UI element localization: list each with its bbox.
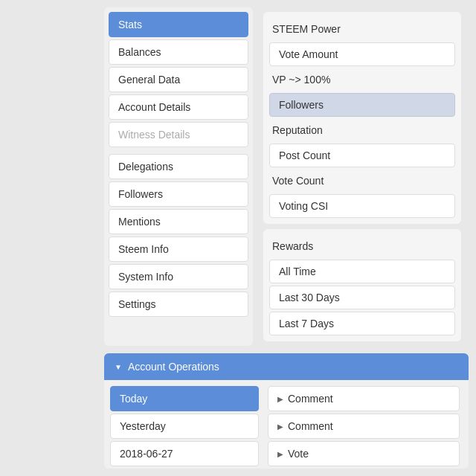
ops-right-item-vote[interactable]: ▶ Vote <box>268 441 460 466</box>
right-item-last-7-days[interactable]: Last 7 Days <box>269 312 455 335</box>
right-item-rewards-label: Rewards <box>272 240 313 252</box>
right-item-steem-power: STEEM Power <box>269 18 455 40</box>
sidebar-item-system-info[interactable]: System Info <box>109 264 248 289</box>
sidebar-item-system-info-label: System Info <box>118 271 173 283</box>
sidebar-item-stats[interactable]: Stats <box>109 12 248 37</box>
sidebar-item-settings-label: Settings <box>118 298 156 310</box>
account-ops-section: ▼ Account Operations Today Yesterday 201… <box>104 353 469 469</box>
sidebar-item-delegations[interactable]: Delegations <box>109 154 248 179</box>
right-item-vote-count: Vote Count <box>269 170 455 192</box>
right-item-rewards: Rewards <box>269 235 455 257</box>
right-item-steem-power-label: STEEM Power <box>272 23 341 35</box>
ops-item-date[interactable]: 2018-06-27 <box>110 441 259 466</box>
account-ops-body: Today Yesterday 2018-06-27 ▶ Comment ▶ C… <box>104 380 469 469</box>
account-ops-header[interactable]: ▼ Account Operations <box>104 353 469 380</box>
sidebar-item-witness-details: Witness Details <box>109 122 248 147</box>
sidebar-item-account-details[interactable]: Account Details <box>109 94 248 120</box>
right-item-voting-csi[interactable]: Voting CSI <box>269 194 455 218</box>
sidebar-item-mentions[interactable]: Mentions <box>109 209 248 234</box>
sidebar-item-balances-label: Balances <box>118 46 161 58</box>
right-panel: STEEM Power Vote Amount VP ~> 100% Follo… <box>259 7 469 346</box>
right-item-followers[interactable]: Followers <box>269 93 455 117</box>
sidebar-item-stats-label: Stats <box>118 19 142 30</box>
top-section: Stats Balances General Data Account Deta… <box>0 0 476 353</box>
right-item-followers-label: Followers <box>279 99 324 111</box>
ops-item-yesterday[interactable]: Yesterday <box>110 414 259 439</box>
app-container: Stats Balances General Data Account Deta… <box>0 0 476 476</box>
sidebar-item-general-data[interactable]: General Data <box>109 67 248 92</box>
sidebar-item-balances[interactable]: Balances <box>109 39 248 65</box>
right-item-reputation: Reputation <box>269 119 455 141</box>
right-item-vote-count-label: Vote Count <box>272 175 324 187</box>
sidebar-item-witness-details-label: Witness Details <box>118 129 190 141</box>
sidebar-item-followers[interactable]: Followers <box>109 181 248 207</box>
sidebar-item-steem-info-label: Steem Info <box>118 243 169 255</box>
arrow-icon-1: ▶ <box>277 395 283 403</box>
sidebar-item-delegations-label: Delegations <box>118 161 173 173</box>
sidebar-item-followers-label: Followers <box>118 188 163 200</box>
chevron-icon: ▼ <box>115 363 122 371</box>
right-item-vp-label: VP ~> 100% <box>272 74 330 86</box>
right-item-last-7-days-label: Last 7 Days <box>279 318 334 329</box>
right-panel-bottom: Rewards All Time Last 30 Days Last 7 Day… <box>263 229 461 341</box>
right-item-all-time[interactable]: All Time <box>269 260 455 283</box>
sidebar-item-general-data-label: General Data <box>118 74 180 86</box>
ops-right-vote-label: Vote <box>288 448 309 460</box>
right-item-reputation-label: Reputation <box>272 124 323 136</box>
ops-right-item-comment-1[interactable]: ▶ Comment <box>268 386 460 411</box>
ops-item-yesterday-label: Yesterday <box>120 420 166 432</box>
right-item-voting-csi-label: Voting CSI <box>279 200 328 212</box>
ops-item-date-label: 2018-06-27 <box>120 448 173 460</box>
arrow-icon-3: ▶ <box>277 450 283 458</box>
arrow-icon-2: ▶ <box>277 422 283 431</box>
ops-item-today-label: Today <box>120 393 147 405</box>
sidebar-item-steem-info[interactable]: Steem Info <box>109 237 248 262</box>
ops-right: ▶ Comment ▶ Comment ▶ Vote <box>265 386 463 466</box>
right-item-post-count[interactable]: Post Count <box>269 144 455 167</box>
ops-right-comment-1-label: Comment <box>288 393 333 405</box>
right-panel-top: STEEM Power Vote Amount VP ~> 100% Follo… <box>263 12 461 224</box>
sidebar-item-account-details-label: Account Details <box>118 101 190 113</box>
sidebar-item-mentions-label: Mentions <box>118 216 161 228</box>
right-item-vote-amount[interactable]: Vote Amount <box>269 42 455 66</box>
right-item-all-time-label: All Time <box>279 266 316 277</box>
sidebar: Stats Balances General Data Account Deta… <box>104 7 253 346</box>
account-ops-title: Account Operations <box>128 361 219 373</box>
ops-item-today[interactable]: Today <box>110 386 259 411</box>
ops-left: Today Yesterday 2018-06-27 <box>110 386 259 466</box>
right-item-vp: VP ~> 100% <box>269 68 455 91</box>
ops-right-comment-2-label: Comment <box>288 420 333 432</box>
ops-right-item-comment-2[interactable]: ▶ Comment <box>268 414 460 439</box>
right-item-vote-amount-label: Vote Amount <box>279 48 338 60</box>
right-item-last-30-days[interactable]: Last 30 Days <box>269 286 455 309</box>
right-item-post-count-label: Post Count <box>279 149 330 161</box>
right-item-last-30-days-label: Last 30 Days <box>279 292 340 303</box>
sidebar-item-settings[interactable]: Settings <box>109 292 248 317</box>
